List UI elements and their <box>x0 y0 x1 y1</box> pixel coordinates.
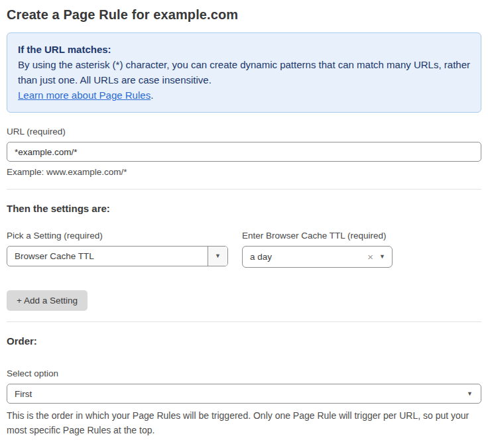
order-select-label: Select option <box>7 368 481 378</box>
url-match-info-box: If the URL matches: By using the asteris… <box>7 32 481 113</box>
setting-picker-field: Pick a Setting (required) Browser Cache … <box>7 231 228 268</box>
ttl-picker-select[interactable]: a day × ▼ <box>242 246 393 268</box>
order-select[interactable]: First ▼ <box>7 384 481 404</box>
settings-section-heading: Then the settings are: <box>7 203 481 214</box>
ttl-picker-value: a day <box>250 252 365 262</box>
clear-icon[interactable]: × <box>365 252 379 262</box>
ttl-picker-field: Enter Browser Cache TTL (required) a day… <box>242 231 393 268</box>
section-divider <box>7 321 481 322</box>
create-page-rule-form: Create a Page Rule for example.com If th… <box>0 0 488 448</box>
url-example-text: Example: www.example.com/* <box>7 167 481 177</box>
info-box-link-line: Learn more about Page Rules. <box>18 87 470 103</box>
settings-row: Pick a Setting (required) Browser Cache … <box>7 231 481 268</box>
url-input[interactable] <box>7 142 481 162</box>
chevron-down-icon: ▼ <box>215 253 221 259</box>
learn-more-link[interactable]: Learn more about Page Rules <box>18 89 151 101</box>
info-box-heading: If the URL matches: <box>18 42 470 57</box>
order-section-heading: Order: <box>7 335 481 347</box>
setting-picker-label: Pick a Setting (required) <box>7 231 228 241</box>
chevron-down-icon: ▼ <box>379 254 385 260</box>
url-field-label: URL (required) <box>7 127 481 137</box>
link-suffix: . <box>151 89 153 101</box>
order-select-value: First <box>15 389 467 399</box>
setting-picker-chevron-cell[interactable]: ▼ <box>208 247 227 266</box>
order-helper-text: This is the order in which your Page Rul… <box>7 408 481 437</box>
setting-picker-value: Browser Cache TTL <box>7 247 208 266</box>
info-box-body: By using the asterisk (*) character, you… <box>18 57 470 87</box>
page-title: Create a Page Rule for example.com <box>7 7 481 23</box>
chevron-down-icon: ▼ <box>467 391 473 397</box>
section-divider <box>7 189 481 190</box>
add-setting-button[interactable]: + Add a Setting <box>7 290 88 311</box>
setting-picker-select[interactable]: Browser Cache TTL ▼ <box>7 246 228 266</box>
ttl-picker-label: Enter Browser Cache TTL (required) <box>242 231 393 241</box>
